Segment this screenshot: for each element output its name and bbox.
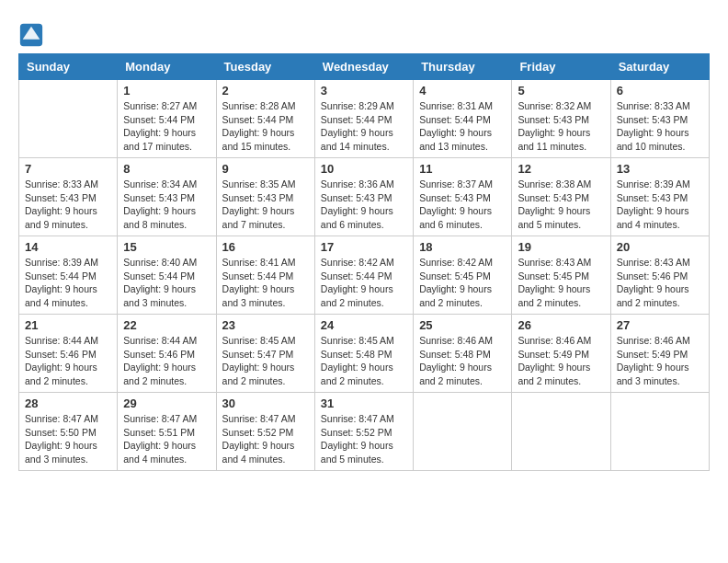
day-number: 2 <box>222 84 309 98</box>
week-row-2: 7Sunrise: 8:33 AMSunset: 5:43 PMDaylight… <box>19 158 710 236</box>
calendar-cell: 31Sunrise: 8:47 AMSunset: 5:52 PMDayligh… <box>314 393 413 471</box>
calendar-cell: 29Sunrise: 8:47 AMSunset: 5:51 PMDayligh… <box>118 393 216 471</box>
day-info: Sunrise: 8:41 AMSunset: 5:44 PMDaylight:… <box>222 256 309 310</box>
week-row-1: 1Sunrise: 8:27 AMSunset: 5:44 PMDaylight… <box>19 80 710 158</box>
day-number: 23 <box>222 318 309 332</box>
header-row: SundayMondayTuesdayWednesdayThursdayFrid… <box>19 54 710 80</box>
calendar-cell: 25Sunrise: 8:46 AMSunset: 5:48 PMDayligh… <box>414 315 512 393</box>
day-info: Sunrise: 8:38 AMSunset: 5:43 PMDaylight:… <box>518 178 604 232</box>
col-header-saturday: Saturday <box>610 54 709 80</box>
calendar-cell: 22Sunrise: 8:44 AMSunset: 5:46 PMDayligh… <box>118 315 216 393</box>
day-number: 16 <box>222 240 309 254</box>
day-info: Sunrise: 8:39 AMSunset: 5:43 PMDaylight:… <box>617 178 703 232</box>
col-header-thursday: Thursday <box>414 54 512 80</box>
day-number: 9 <box>222 162 309 176</box>
week-row-3: 14Sunrise: 8:39 AMSunset: 5:44 PMDayligh… <box>19 236 710 315</box>
day-number: 19 <box>518 240 604 254</box>
day-number: 30 <box>222 396 309 410</box>
day-number: 22 <box>123 318 210 332</box>
calendar-cell: 24Sunrise: 8:45 AMSunset: 5:48 PMDayligh… <box>314 315 413 393</box>
day-number: 12 <box>518 162 604 176</box>
col-header-friday: Friday <box>512 54 610 80</box>
col-header-sunday: Sunday <box>19 54 118 80</box>
calendar-cell: 17Sunrise: 8:42 AMSunset: 5:44 PMDayligh… <box>314 236 413 315</box>
day-info: Sunrise: 8:46 AMSunset: 5:49 PMDaylight:… <box>518 334 604 388</box>
calendar-cell: 15Sunrise: 8:40 AMSunset: 5:44 PMDayligh… <box>118 236 216 315</box>
day-number: 24 <box>321 318 407 332</box>
day-info: Sunrise: 8:46 AMSunset: 5:49 PMDaylight:… <box>617 334 703 388</box>
day-number: 17 <box>321 240 407 254</box>
day-info: Sunrise: 8:47 AMSunset: 5:50 PMDaylight:… <box>25 412 111 466</box>
calendar-cell: 10Sunrise: 8:36 AMSunset: 5:43 PMDayligh… <box>314 158 413 236</box>
day-info: Sunrise: 8:36 AMSunset: 5:43 PMDaylight:… <box>321 178 407 232</box>
day-info: Sunrise: 8:46 AMSunset: 5:48 PMDaylight:… <box>419 334 506 388</box>
day-info: Sunrise: 8:29 AMSunset: 5:44 PMDaylight:… <box>321 99 407 154</box>
day-number: 18 <box>419 240 506 254</box>
day-number: 10 <box>321 162 407 176</box>
calendar-cell: 21Sunrise: 8:44 AMSunset: 5:46 PMDayligh… <box>19 315 118 393</box>
day-number: 21 <box>25 318 111 332</box>
calendar-cell: 16Sunrise: 8:41 AMSunset: 5:44 PMDayligh… <box>216 236 314 315</box>
page-header <box>18 18 710 48</box>
calendar-cell: 2Sunrise: 8:28 AMSunset: 5:44 PMDaylight… <box>216 80 314 158</box>
day-info: Sunrise: 8:47 AMSunset: 5:52 PMDaylight:… <box>321 412 407 466</box>
calendar-cell: 12Sunrise: 8:38 AMSunset: 5:43 PMDayligh… <box>512 158 610 236</box>
calendar-cell: 8Sunrise: 8:34 AMSunset: 5:43 PMDaylight… <box>118 158 216 236</box>
calendar-cell: 7Sunrise: 8:33 AMSunset: 5:43 PMDaylight… <box>19 158 118 236</box>
calendar-cell: 11Sunrise: 8:37 AMSunset: 5:43 PMDayligh… <box>414 158 512 236</box>
calendar-cell: 14Sunrise: 8:39 AMSunset: 5:44 PMDayligh… <box>19 236 118 315</box>
day-info: Sunrise: 8:33 AMSunset: 5:43 PMDaylight:… <box>25 178 111 232</box>
day-number: 8 <box>123 162 210 176</box>
day-number: 15 <box>123 240 210 254</box>
logo-icon <box>18 22 44 48</box>
day-info: Sunrise: 8:37 AMSunset: 5:43 PMDaylight:… <box>419 178 506 232</box>
calendar-table: SundayMondayTuesdayWednesdayThursdayFrid… <box>18 53 710 471</box>
day-number: 11 <box>419 162 506 176</box>
calendar-cell <box>610 393 709 471</box>
calendar-cell <box>414 393 512 471</box>
day-number: 20 <box>617 240 703 254</box>
day-info: Sunrise: 8:31 AMSunset: 5:44 PMDaylight:… <box>419 99 506 154</box>
calendar-cell: 3Sunrise: 8:29 AMSunset: 5:44 PMDaylight… <box>314 80 413 158</box>
calendar-cell: 6Sunrise: 8:33 AMSunset: 5:43 PMDaylight… <box>610 80 709 158</box>
day-number: 14 <box>25 240 111 254</box>
calendar-body: 1Sunrise: 8:27 AMSunset: 5:44 PMDaylight… <box>19 80 710 471</box>
calendar-cell: 23Sunrise: 8:45 AMSunset: 5:47 PMDayligh… <box>216 315 314 393</box>
day-number: 28 <box>25 396 111 410</box>
week-row-5: 28Sunrise: 8:47 AMSunset: 5:50 PMDayligh… <box>19 393 710 471</box>
day-info: Sunrise: 8:34 AMSunset: 5:43 PMDaylight:… <box>123 178 210 232</box>
calendar-cell: 4Sunrise: 8:31 AMSunset: 5:44 PMDaylight… <box>414 80 512 158</box>
calendar-cell: 1Sunrise: 8:27 AMSunset: 5:44 PMDaylight… <box>118 80 216 158</box>
day-info: Sunrise: 8:33 AMSunset: 5:43 PMDaylight:… <box>617 99 703 154</box>
day-number: 29 <box>123 396 210 410</box>
day-info: Sunrise: 8:43 AMSunset: 5:45 PMDaylight:… <box>518 256 604 310</box>
day-number: 27 <box>617 318 703 332</box>
day-info: Sunrise: 8:42 AMSunset: 5:45 PMDaylight:… <box>419 256 506 310</box>
col-header-monday: Monday <box>118 54 216 80</box>
day-info: Sunrise: 8:39 AMSunset: 5:44 PMDaylight:… <box>25 256 111 310</box>
day-info: Sunrise: 8:40 AMSunset: 5:44 PMDaylight:… <box>123 256 210 310</box>
col-header-wednesday: Wednesday <box>314 54 413 80</box>
day-number: 26 <box>518 318 604 332</box>
calendar-cell: 20Sunrise: 8:43 AMSunset: 5:46 PMDayligh… <box>610 236 709 315</box>
day-info: Sunrise: 8:43 AMSunset: 5:46 PMDaylight:… <box>617 256 703 310</box>
day-info: Sunrise: 8:32 AMSunset: 5:43 PMDaylight:… <box>518 99 604 154</box>
calendar-cell: 26Sunrise: 8:46 AMSunset: 5:49 PMDayligh… <box>512 315 610 393</box>
day-number: 7 <box>25 162 111 176</box>
calendar-cell: 30Sunrise: 8:47 AMSunset: 5:52 PMDayligh… <box>216 393 314 471</box>
calendar-cell: 18Sunrise: 8:42 AMSunset: 5:45 PMDayligh… <box>414 236 512 315</box>
day-info: Sunrise: 8:47 AMSunset: 5:52 PMDaylight:… <box>222 412 309 466</box>
calendar-header: SundayMondayTuesdayWednesdayThursdayFrid… <box>19 54 710 80</box>
day-info: Sunrise: 8:42 AMSunset: 5:44 PMDaylight:… <box>321 256 407 310</box>
calendar-cell <box>512 393 610 471</box>
day-info: Sunrise: 8:27 AMSunset: 5:44 PMDaylight:… <box>123 99 210 154</box>
calendar-cell: 28Sunrise: 8:47 AMSunset: 5:50 PMDayligh… <box>19 393 118 471</box>
day-number: 31 <box>321 396 407 410</box>
calendar-cell <box>19 80 118 158</box>
day-info: Sunrise: 8:47 AMSunset: 5:51 PMDaylight:… <box>123 412 210 466</box>
calendar-cell: 9Sunrise: 8:35 AMSunset: 5:43 PMDaylight… <box>216 158 314 236</box>
day-number: 3 <box>321 84 407 98</box>
day-info: Sunrise: 8:35 AMSunset: 5:43 PMDaylight:… <box>222 178 309 232</box>
calendar-cell: 5Sunrise: 8:32 AMSunset: 5:43 PMDaylight… <box>512 80 610 158</box>
day-info: Sunrise: 8:44 AMSunset: 5:46 PMDaylight:… <box>123 334 210 388</box>
